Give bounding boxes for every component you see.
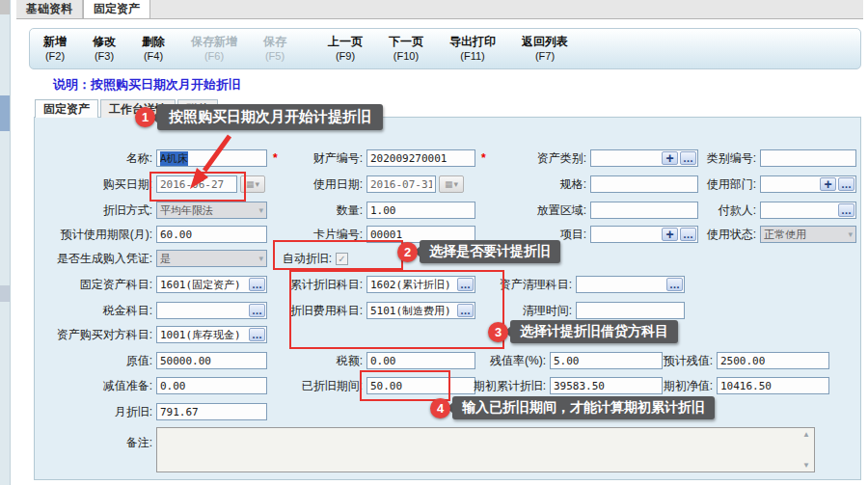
use-date-input[interactable]: 2016-07-31 bbox=[366, 175, 436, 193]
category-no-label: 类别编号: bbox=[631, 150, 760, 167]
auto-depr-checkbox[interactable]: ✓ bbox=[336, 253, 348, 265]
field-tax-account: 税金科目: … bbox=[27, 302, 267, 319]
monthly-depr-label: 月折旧: bbox=[27, 404, 156, 420]
chevron-down-icon: ▾ bbox=[848, 229, 853, 239]
sidebar-block-blue bbox=[0, 95, 10, 131]
plus-icon[interactable]: + bbox=[820, 177, 836, 191]
remark-scrollbar[interactable]: ▲ ▼ bbox=[800, 430, 812, 470]
prev-page-button[interactable]: 上一页(F9) bbox=[328, 35, 363, 64]
tax-account-label: 税金科目: bbox=[27, 303, 156, 319]
note-label: 说明： bbox=[53, 77, 91, 92]
ellipsis-icon[interactable]: … bbox=[249, 328, 265, 341]
field-asset-no: 财产编号: 202009270001 * bbox=[237, 149, 486, 167]
left-sidebar-strip[interactable] bbox=[0, 0, 11, 485]
callout-3-text: 选择计提折旧借贷方科目 bbox=[510, 320, 678, 343]
field-expected-life: 预计使用期限(月): 60.00 bbox=[27, 226, 267, 243]
field-purchase-date: 购买日期: 2016-06-27 ▦▾ bbox=[27, 175, 265, 193]
field-category-no: 类别编号: bbox=[631, 149, 856, 167]
field-cleanup-time: 清理时间: bbox=[447, 302, 685, 319]
callout-3-number: 3 bbox=[488, 322, 508, 342]
callout-3: 3 选择计提折旧借贷方科目 bbox=[488, 320, 678, 343]
delete-button[interactable]: 删除(F4) bbox=[142, 35, 165, 64]
ellipsis-icon[interactable]: … bbox=[666, 278, 683, 291]
export-print-button[interactable]: 导出打印(F11) bbox=[449, 35, 496, 64]
next-page-button[interactable]: 下一页(F10) bbox=[389, 35, 423, 64]
payer-input[interactable]: … bbox=[760, 202, 856, 219]
name-label: 名称: bbox=[27, 150, 156, 167]
save-and-new-button[interactable]: 保存新增(F6) bbox=[191, 35, 237, 64]
quantity-input[interactable]: 1.00 bbox=[366, 202, 475, 219]
field-fixed-asset-account: 固定资产科目: 1601(固定资产) … bbox=[27, 276, 267, 293]
callout-1: 1 按照购买日期次月开始计提折旧 bbox=[135, 104, 383, 130]
back-to-list-button[interactable]: 返回列表(F7) bbox=[522, 35, 568, 64]
field-quantity: 数量: 1.00 bbox=[237, 202, 475, 219]
depr-expense-account-label: 折旧费用科目: bbox=[237, 303, 366, 319]
sidebar-block-mid bbox=[0, 285, 10, 302]
initial-accum-depr-label: 期初累计折旧: bbox=[420, 378, 550, 394]
purchase-date-input[interactable]: 2016-06-27 bbox=[156, 175, 237, 193]
depr-method-label: 折旧方式: bbox=[27, 202, 156, 219]
expected-residual-input[interactable]: 2500.00 bbox=[717, 352, 829, 369]
use-date-label: 使用日期: bbox=[237, 176, 366, 193]
top-tab-bar: 基础资料 固定资产 bbox=[16, 0, 863, 19]
field-counter-account: 资产购买对方科目: 1001(库存现金) … bbox=[27, 326, 267, 343]
fixed-asset-account-label: 固定资产科目: bbox=[27, 277, 156, 293]
expected-life-label: 预计使用期限(月): bbox=[27, 227, 156, 243]
field-impairment: 减值准备: 0.00 bbox=[27, 377, 267, 394]
cleanup-time-input[interactable] bbox=[576, 302, 685, 319]
field-use-dept: 使用部门: +… bbox=[631, 175, 856, 193]
tab-fixed-assets[interactable]: 固定资产 bbox=[83, 0, 150, 18]
edit-button[interactable]: 修改(F3) bbox=[93, 35, 116, 64]
purchase-date-label: 购买日期: bbox=[27, 176, 156, 193]
ellipsis-icon[interactable]: … bbox=[838, 177, 854, 191]
monthly-depr-input[interactable]: 791.67 bbox=[156, 403, 267, 420]
callout-4-text: 输入已折旧期间，才能计算期初累计折旧 bbox=[452, 396, 715, 419]
add-button[interactable]: 新增(F2) bbox=[43, 35, 67, 64]
field-depr-method: 折旧方式: 平均年限法▾ bbox=[27, 202, 267, 219]
sidebar-block-top bbox=[0, 0, 10, 14]
cleanup-time-label: 清理时间: bbox=[447, 303, 576, 319]
asset-no-label: 财产编号: bbox=[237, 150, 366, 167]
depr-periods-label: 已折旧期间: bbox=[237, 378, 366, 394]
field-accum-depr-account: 累计折旧科目: 1602(累计折旧) … bbox=[237, 276, 475, 293]
field-remark: 备注: bbox=[27, 434, 156, 451]
field-payer: 付款人: … bbox=[631, 202, 856, 219]
subtab-fixed-asset[interactable]: 固定资产 bbox=[35, 99, 98, 118]
callout-2: 2 选择是否要计提折旧 bbox=[397, 240, 560, 263]
callout-1-text: 按照购买日期次月开始计提折旧 bbox=[157, 104, 383, 130]
remark-textarea[interactable]: ▲ ▼ bbox=[156, 427, 815, 472]
field-use-status: 使用状态: 正常使用▾ bbox=[631, 226, 856, 243]
use-dept-input[interactable]: +… bbox=[760, 175, 856, 193]
remark-label: 备注: bbox=[27, 435, 156, 451]
tax-amount-label: 税额: bbox=[237, 353, 366, 369]
field-depr-expense-account: 折旧费用科目: 5101(制造费用) … bbox=[237, 302, 475, 319]
counter-account-input[interactable]: 1001(库存现金) … bbox=[156, 326, 267, 343]
save-button[interactable]: 保存(F5) bbox=[263, 35, 286, 64]
callout-2-number: 2 bbox=[397, 242, 418, 262]
counter-account-label: 资产购买对方科目: bbox=[27, 327, 156, 343]
field-initial-net: 期初净值: 10416.50 bbox=[587, 377, 829, 394]
category-no-input[interactable] bbox=[760, 149, 856, 167]
callout-4-number: 4 bbox=[430, 398, 450, 418]
gen-voucher-label: 是否生成购入凭证: bbox=[27, 251, 156, 267]
auto-depr-label: 自动折旧: bbox=[206, 251, 336, 267]
toolbar: 新增(F2) 修改(F3) 删除(F4) 保存新增(F6) 保存(F5) 上一页… bbox=[29, 28, 861, 69]
scroll-down-icon[interactable]: ▼ bbox=[802, 461, 810, 470]
checkmark-icon: ✓ bbox=[338, 254, 345, 264]
quantity-label: 数量: bbox=[237, 202, 366, 219]
cleanup-account-input[interactable]: … bbox=[576, 276, 685, 293]
impairment-label: 减值准备: bbox=[27, 378, 156, 394]
payer-label: 付款人: bbox=[631, 202, 760, 219]
scroll-up-icon[interactable]: ▲ bbox=[802, 430, 810, 439]
spec-label: 规格: bbox=[461, 176, 590, 193]
note-text: 按照购买日期次月开始折旧 bbox=[91, 77, 241, 92]
callout-2-text: 选择是否要计提折旧 bbox=[420, 240, 560, 263]
field-use-date: 使用日期: 2016-07-31 ▦▾ bbox=[237, 175, 464, 193]
initial-net-input[interactable]: 10416.50 bbox=[717, 377, 829, 394]
tab-basic-data[interactable]: 基础资料 bbox=[16, 0, 83, 18]
ellipsis-icon[interactable]: … bbox=[838, 203, 854, 217]
use-status-select[interactable]: 正常使用▾ bbox=[760, 226, 856, 243]
use-status-label: 使用状态: bbox=[631, 227, 760, 243]
asset-no-input[interactable]: 202009270001 bbox=[366, 149, 475, 167]
callout-1-number: 1 bbox=[135, 107, 155, 127]
